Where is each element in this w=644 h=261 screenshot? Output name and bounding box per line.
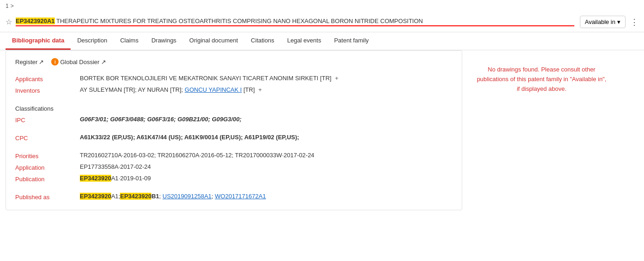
available-in-label: Available in <box>585 18 615 25</box>
tab-patent-family[interactable]: Patent family <box>328 32 375 50</box>
register-label: Register <box>15 59 37 65</box>
classifications-label: Classifications <box>15 102 453 114</box>
applicants-plus-button[interactable]: + <box>335 75 339 82</box>
published-as-ep1: EP3423920A1 <box>80 193 119 200</box>
inventors-label: Inventors <box>15 84 80 96</box>
published-as-us[interactable]: US2019091258A1 <box>162 193 211 200</box>
top-bar: ☆ EP3423920A1 THERAPEUTIC MIXTURES FOR T… <box>0 12 644 32</box>
publication-highlight: EP3423920 <box>80 175 111 182</box>
register-arrow-icon: ↗ <box>39 59 44 65</box>
cpc-row: CPC A61K33/22 (EP,US); A61K47/44 (US); A… <box>15 132 453 143</box>
tab-legal-events[interactable]: Legal events <box>280 32 328 50</box>
inventors-link-rest: [TR] <box>242 86 255 93</box>
bibliographic-data-table: Applicants BORTEK BOR TEKNOLOJILERI VE M… <box>15 73 453 202</box>
cpc-value: A61K33/22 (EP,US); A61K47/44 (US); A61K9… <box>80 132 453 143</box>
main-layout: Register ↗ i Global Dossier ↗ Applicants… <box>0 50 644 216</box>
info-icon: i <box>51 58 59 65</box>
content-panel: Register ↗ i Global Dossier ↗ Applicants… <box>6 50 462 210</box>
ipc-codes: G06F3/01; G06F3/0488; G06F3/16; G09B21/0… <box>80 116 241 123</box>
tab-citations[interactable]: Citations <box>244 32 281 50</box>
priorities-label: Priorities <box>15 150 80 161</box>
breadcrumb: 1 > <box>0 0 644 12</box>
priorities-value: TR201602710A·2016-03-02; TR201606270A·20… <box>80 150 453 161</box>
application-value: EP17733558A·2017-02-24 <box>80 161 453 173</box>
more-options-icon[interactable]: ⋮ <box>630 17 638 27</box>
global-dossier-arrow-icon: ↗ <box>101 59 106 65</box>
cpc-codes: A61K33/22 (EP,US); A61K47/44 (US); A61K9… <box>80 134 299 141</box>
published-as-separator-3: ; <box>212 193 215 200</box>
global-dossier-label: Global Dossier <box>60 59 99 65</box>
register-row: Register ↗ i Global Dossier ↗ <box>15 58 453 65</box>
priorities-row: Priorities TR201602710A·2016-03-02; TR20… <box>15 150 453 161</box>
register-link[interactable]: Register ↗ <box>15 59 44 65</box>
published-as-label: Published as <box>15 191 80 202</box>
nav-tabs: Bibliographic data Description Claims Dr… <box>0 32 644 50</box>
pub-as-rest-2: B1 <box>151 193 159 200</box>
pub-as-rest-1: A1 <box>111 193 119 200</box>
applicants-value: BORTEK BOR TEKNOLOJILERI VE MEKATRONIK S… <box>80 73 453 84</box>
published-as-wo[interactable]: WO2017171672A1 <box>215 193 266 200</box>
patent-title-rest: THERAPEUTIC MIXTURES FOR TREATING OSTEOA… <box>55 18 423 24</box>
inventors-plain-text: AY SULEYMAN [TR]; AY NURAN [TR]; <box>80 86 185 93</box>
ipc-label: IPC <box>15 114 80 125</box>
published-as-value: EP3423920A1;EP3423920B1; US2019091258A1;… <box>80 191 453 202</box>
applicants-row: Applicants BORTEK BOR TEKNOLOJILERI VE M… <box>15 73 453 84</box>
applicants-label: Applicants <box>15 73 80 84</box>
pub-as-highlight-1: EP3423920 <box>80 193 111 200</box>
tab-claims[interactable]: Claims <box>113 32 145 50</box>
inventors-row: Inventors AY SULEYMAN [TR]; AY NURAN [TR… <box>15 84 453 96</box>
inventors-value: AY SULEYMAN [TR]; AY NURAN [TR]; GONCU Y… <box>80 84 453 96</box>
global-dossier-link[interactable]: i Global Dossier ↗ <box>51 58 106 65</box>
chevron-down-icon: ▾ <box>617 18 620 25</box>
published-as-ep2: EP3423920B1 <box>120 193 159 200</box>
patent-id-highlight: EP3423920A1 <box>16 18 55 24</box>
ipc-value: G06F3/01; G06F3/0488; G06F3/16; G09B21/0… <box>80 114 453 125</box>
patent-title: EP3423920A1 THERAPEUTIC MIXTURES FOR TRE… <box>16 18 574 26</box>
tab-drawings[interactable]: Drawings <box>145 32 183 50</box>
publication-row: Publication EP3423920A1·2019-01-09 <box>15 173 453 184</box>
no-drawings-message: No drawings found. Please consult other … <box>475 65 608 94</box>
application-label: Application <box>15 161 80 173</box>
published-as-row: Published as EP3423920A1;EP3423920B1; US… <box>15 191 453 202</box>
publication-label: Publication <box>15 173 80 184</box>
pub-as-highlight-2: EP3423920 <box>120 193 151 200</box>
breadcrumb-item: 1 <box>6 3 9 9</box>
classifications-row: Classifications <box>15 102 453 114</box>
publication-value-rest: A1·2019-01-09 <box>111 175 151 182</box>
applicants-text: BORTEK BOR TEKNOLOJILERI VE MEKATRONIK S… <box>80 75 331 82</box>
tab-bibliographic[interactable]: Bibliographic data <box>6 32 71 50</box>
inventors-plus-button[interactable]: + <box>258 86 262 93</box>
ipc-row: IPC G06F3/01; G06F3/0488; G06F3/16; G09B… <box>15 114 453 125</box>
tab-description[interactable]: Description <box>71 32 113 50</box>
cpc-label: CPC <box>15 132 80 143</box>
tab-original-document[interactable]: Original document <box>183 32 244 50</box>
application-row: Application EP17733558A·2017-02-24 <box>15 161 453 173</box>
star-icon[interactable]: ☆ <box>6 18 12 26</box>
available-in-button[interactable]: Available in ▾ <box>580 16 626 28</box>
publication-value: EP3423920A1·2019-01-09 <box>80 173 453 184</box>
inventor-link[interactable]: GONCU YAPINCAK I <box>185 86 242 93</box>
breadcrumb-separator: > <box>11 3 14 9</box>
right-panel: No drawings found. Please consult other … <box>468 50 615 216</box>
